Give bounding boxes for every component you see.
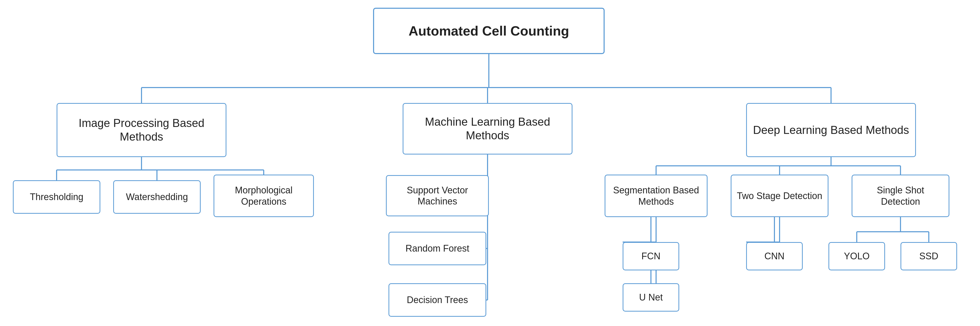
node-svm-label: Support Vector Machines <box>391 185 484 207</box>
node-yolo-label: YOLO <box>844 251 870 262</box>
node-unet-label: U Net <box>639 292 663 303</box>
node-single-shot-detection: Single Shot Detection <box>852 174 950 217</box>
node-root: Automated Cell Counting <box>373 8 605 54</box>
node-morphological: Morphological Operations <box>213 174 314 217</box>
node-dl-label: Deep Learning Based Methods <box>753 123 909 137</box>
node-random-forest: Random Forest <box>388 232 486 265</box>
node-ssd-label: Single Shot Detection <box>856 185 945 207</box>
node-morph-label: Morphological Operations <box>218 185 309 207</box>
node-dt-label: Decision Trees <box>407 294 468 305</box>
node-img-label: Image Processing Based Methods <box>62 117 221 144</box>
node-two-stage-detection: Two Stage Detection <box>731 174 829 217</box>
node-water-label: Watershedding <box>126 191 188 202</box>
node-cnn-label: CNN <box>764 251 784 262</box>
node-tsd-label: Two Stage Detection <box>737 190 822 201</box>
node-root-label: Automated Cell Counting <box>409 23 569 39</box>
node-ml-label: Machine Learning Based Methods <box>407 115 568 142</box>
node-decision-trees: Decision Trees <box>388 283 486 317</box>
node-segmentation: Segmentation Based Methods <box>605 174 708 217</box>
node-cnn: CNN <box>746 242 803 270</box>
node-deep-learning: Deep Learning Based Methods <box>746 103 916 157</box>
node-ssd-child-label: SSD <box>919 251 938 262</box>
tree-container: Automated Cell Counting Image Processing… <box>0 0 980 326</box>
node-machine-learning: Machine Learning Based Methods <box>402 103 573 155</box>
node-unet: U Net <box>623 283 679 312</box>
node-seg-label: Segmentation Based Methods <box>609 185 703 207</box>
node-image-processing: Image Processing Based Methods <box>57 103 226 157</box>
node-fcn-label: FCN <box>641 251 660 262</box>
node-watershedding: Watershedding <box>113 180 201 214</box>
node-fcn: FCN <box>623 242 679 270</box>
node-thresholding: Thresholding <box>13 180 100 214</box>
node-thresh-label: Thresholding <box>30 191 83 202</box>
node-svm: Support Vector Machines <box>386 175 489 216</box>
node-yolo: YOLO <box>829 242 885 270</box>
node-rf-label: Random Forest <box>406 243 469 254</box>
node-ssd-child: SSD <box>900 242 957 270</box>
